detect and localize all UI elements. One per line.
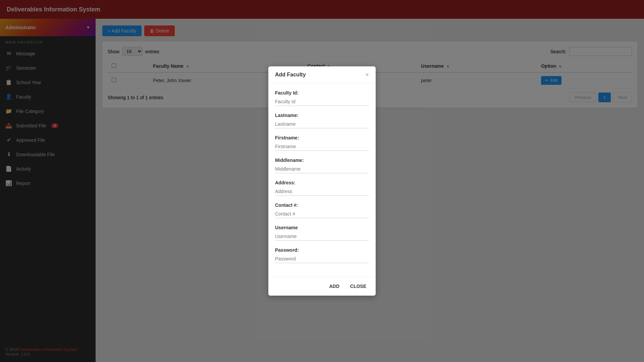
username-label: Username [275,225,369,230]
lastname-group: Lastname: [275,113,369,128]
modal-overlay: Add Faculty × Faculty Id: Lastname: Firs… [0,0,644,362]
firstname-label: Firstname: [275,135,369,140]
modal-body: Faculty Id: Lastname: Firstname: Middlen… [268,83,376,277]
password-group: Password: [275,247,369,263]
address-input[interactable] [275,187,369,196]
faculty-id-input[interactable] [275,98,369,106]
add-faculty-modal: Add Faculty × Faculty Id: Lastname: Firs… [268,66,376,296]
modal-header: Add Faculty × [268,66,376,83]
firstname-input[interactable] [275,142,369,151]
contact-label: Contact #: [275,202,369,208]
username-group: Username [275,225,369,241]
address-group: Address: [275,180,369,196]
middlename-label: Middlename: [275,158,369,163]
modal-title: Add Faculty [275,72,306,78]
username-input[interactable] [275,232,369,241]
faculty-id-group: Faculty Id: [275,90,369,106]
faculty-id-label: Faculty Id: [275,90,369,96]
contact-group: Contact #: [275,202,369,218]
modal-add-button[interactable]: ADD [326,282,342,290]
modal-footer: ADD CLOSE [268,277,376,296]
contact-input[interactable] [275,210,369,218]
modal-close-action-button[interactable]: CLOSE [347,282,369,290]
address-label: Address: [275,180,369,185]
modal-close-button[interactable]: × [365,72,369,78]
password-input[interactable] [275,255,369,263]
middlename-input[interactable] [275,165,369,173]
middlename-group: Middlename: [275,158,369,173]
lastname-label: Lastname: [275,113,369,118]
firstname-group: Firstname: [275,135,369,151]
password-label: Password: [275,247,369,253]
lastname-input[interactable] [275,120,369,128]
